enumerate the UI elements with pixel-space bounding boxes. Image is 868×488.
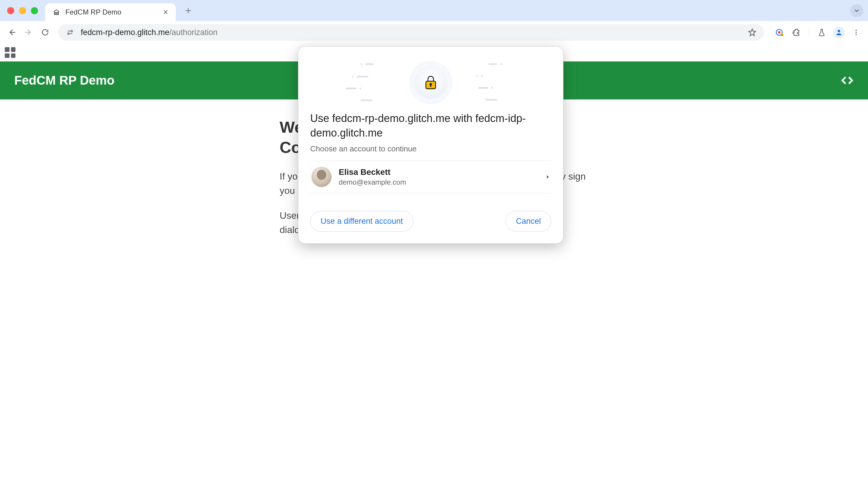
account-text: Elisa Beckett demo@example.com [339,167,538,186]
svg-text:1: 1 [781,34,782,36]
reload-button[interactable] [38,25,52,39]
toolbar-actions: 1 [770,25,863,39]
svg-point-0 [71,30,72,32]
account-option[interactable]: Elisa Beckett demo@example.com [310,161,551,193]
url-host: fedcm-rp-demo.glitch.me [81,28,169,37]
dialog-subtitle: Choose an account to continue [310,144,551,153]
tab-search-button[interactable] [850,4,863,17]
svg-point-9 [856,34,857,35]
lens-extension-icon[interactable]: 1 [772,25,786,39]
new-tab-button[interactable] [182,4,195,17]
window-controls [7,7,38,14]
forward-button[interactable] [21,25,36,39]
window-zoom-button[interactable] [31,7,38,14]
labs-button[interactable] [814,25,829,39]
apps-shortcut-icon[interactable] [5,47,16,58]
site-title: FedCM RP Demo [14,73,115,88]
browser-tab[interactable]: FedCM RP Demo [45,3,176,21]
back-button[interactable] [5,25,19,39]
svg-point-7 [856,30,857,31]
svg-rect-12 [430,85,431,87]
tab-strip: FedCM RP Demo [0,0,868,21]
account-avatar [311,167,332,187]
window-close-button[interactable] [7,7,14,14]
tab-favicon-icon [52,8,61,16]
svg-point-6 [838,30,840,32]
dialog-actions: Use a different account Cancel [310,211,551,232]
svg-point-1 [68,33,69,34]
use-different-account-button[interactable]: Use a different account [310,211,413,232]
browser-chrome: FedCM RP Demo [0,0,868,43]
address-bar[interactable]: fedcm-rp-demo.glitch.me/authorization [58,24,764,41]
extensions-button[interactable] [789,25,804,39]
browser-toolbar: fedcm-rp-demo.glitch.me/authorization 1 [0,21,868,43]
fedcm-dialog: Use fedcm-rp-demo.glitch.me with fedcm-i… [298,46,563,244]
dialog-title: Use fedcm-rp-demo.glitch.me with fedcm-i… [310,111,551,140]
profile-button[interactable] [832,25,846,39]
code-icon[interactable] [841,74,854,87]
chevron-right-icon [545,175,550,179]
bookmark-button[interactable] [748,28,757,37]
window-minimize-button[interactable] [19,7,26,14]
cancel-button[interactable]: Cancel [505,211,551,232]
dialog-illustration [310,57,551,108]
site-settings-icon[interactable] [65,28,75,37]
lock-badge-icon [414,66,447,99]
account-email: demo@example.com [339,178,538,186]
svg-point-3 [778,31,781,34]
account-name: Elisa Beckett [339,167,538,177]
url-path: /authorization [169,28,218,37]
svg-point-8 [856,32,857,33]
chrome-menu-button[interactable] [849,25,863,39]
toolbar-divider [809,27,809,38]
close-tab-button[interactable] [161,8,170,16]
tab-title: FedCM RP Demo [65,8,161,16]
